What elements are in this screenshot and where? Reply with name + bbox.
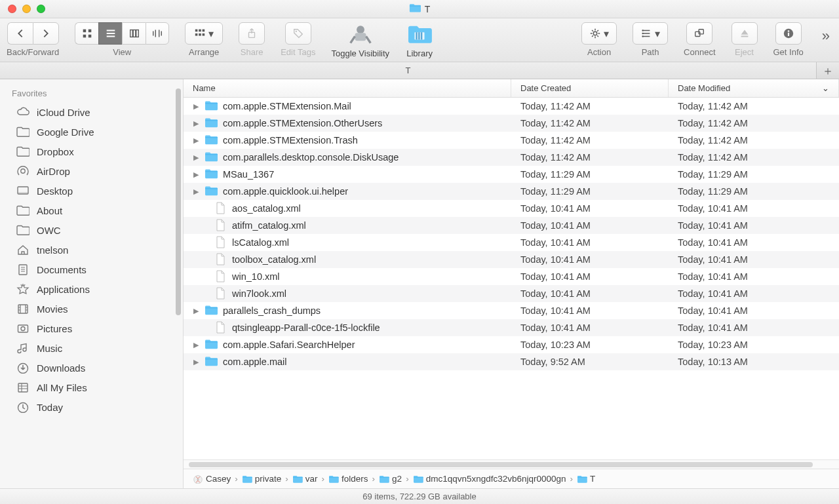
file-row[interactable]: win7look.xmlToday, 10:41 AMToday, 10:41 … — [184, 285, 839, 302]
path-segment[interactable]: dmc1qqvn5xngdfc32vb6njqr0000gn — [413, 474, 566, 484]
file-row[interactable]: aos_catalog.xmlToday, 10:41 AMToday, 10:… — [184, 200, 839, 217]
folder-icon — [16, 125, 30, 138]
sidebar-item[interactable]: AirDrop — [0, 161, 183, 181]
share-button[interactable] — [239, 22, 265, 45]
file-date-modified: Today, 11:42 AM — [669, 118, 839, 128]
file-row[interactable]: ▶︎parallels_crash_dumpsToday, 10:41 AMTo… — [184, 302, 839, 319]
file-date-created: Today, 11:42 AM — [511, 135, 669, 145]
sidebar[interactable]: Favorites iCloud DriveGoogle DriveDropbo… — [0, 79, 184, 488]
disclosure-triangle-icon[interactable]: ▶︎ — [193, 153, 199, 162]
disclosure-triangle-icon[interactable]: ▶︎ — [193, 170, 199, 179]
minimize-window-button[interactable] — [22, 5, 31, 13]
sidebar-item[interactable]: Movies — [0, 299, 183, 319]
file-row[interactable]: ▶︎com.apple.mailToday, 9:52 AMToday, 10:… — [184, 353, 839, 370]
get-info-button[interactable] — [775, 22, 802, 45]
sidebar-item[interactable]: Pictures — [0, 319, 183, 338]
action-label: Action — [587, 47, 611, 57]
sidebar-item[interactable]: Dropbox — [0, 142, 183, 161]
action-button[interactable]: ▾ — [581, 22, 617, 45]
file-rows[interactable]: ▶︎com.apple.STMExtension.MailToday, 11:4… — [184, 98, 839, 459]
path-segment[interactable]: Casey — [193, 474, 231, 484]
disclosure-triangle-icon[interactable]: ▶︎ — [193, 358, 199, 366]
file-name: aos_catalog.xml — [232, 203, 301, 214]
path-separator-icon: › — [406, 474, 409, 484]
sidebar-item-label: Pictures — [37, 323, 72, 334]
tab-active[interactable]: T — [0, 62, 817, 79]
sidebar-item[interactable]: Downloads — [0, 358, 183, 378]
file-row[interactable]: ▶︎com.parallels.desktop.console.DiskUsag… — [184, 149, 839, 166]
close-window-button[interactable] — [8, 5, 16, 13]
disclosure-triangle-icon[interactable]: ▶︎ — [193, 136, 199, 145]
new-tab-button[interactable]: ＋ — [817, 62, 839, 79]
path-segment[interactable]: private — [242, 474, 282, 484]
horizontal-scrollbar[interactable] — [184, 459, 839, 469]
path-segment[interactable]: var — [292, 474, 318, 484]
path-bar[interactable]: Casey›private›var›folders›g2›dmc1qqvn5xn… — [184, 469, 839, 488]
file-icon — [214, 202, 227, 215]
view-coverflow-button[interactable] — [146, 22, 169, 45]
file-row[interactable]: lsCatalog.xmlToday, 10:41 AMToday, 10:41… — [184, 234, 839, 251]
file-row[interactable]: win_10.xmlToday, 10:41 AMToday, 10:41 AM — [184, 268, 839, 285]
file-date-modified: Today, 10:23 AM — [669, 339, 839, 350]
disclosure-triangle-icon[interactable]: ▶︎ — [193, 119, 199, 128]
file-date-created: Today, 9:52 AM — [511, 357, 669, 367]
path-segment[interactable]: folders — [328, 474, 368, 484]
edit-tags-button[interactable] — [285, 22, 311, 45]
file-row[interactable]: ▶︎com.apple.STMExtension.TrashToday, 11:… — [184, 132, 839, 149]
eject-button[interactable] — [732, 22, 758, 45]
view-list-button[interactable] — [98, 22, 122, 45]
toolbar: Back/Forward View ▾ Arrange Share Edit T… — [0, 18, 839, 62]
library-button[interactable] — [405, 22, 434, 46]
file-row[interactable]: atifm_catalog.xmlToday, 10:41 AMToday, 1… — [184, 217, 839, 234]
file-name: com.parallels.desktop.console.DiskUsage — [223, 152, 399, 163]
file-row[interactable]: qtsingleapp-Parall-c0ce-1f5-lockfileToda… — [184, 319, 839, 336]
view-icons-button[interactable] — [75, 22, 98, 45]
sidebar-item[interactable]: Applications — [0, 279, 183, 299]
sidebar-item[interactable]: About — [0, 201, 183, 220]
arrange-button[interactable]: ▾ — [185, 22, 223, 45]
sidebar-item[interactable]: Music — [0, 338, 183, 358]
sidebar-item[interactable]: Desktop — [0, 181, 183, 201]
toolbar-overflow-button[interactable]: » — [819, 22, 832, 60]
file-row[interactable]: ▶︎MSau_1367Today, 11:29 AMToday, 11:29 A… — [184, 166, 839, 183]
file-row[interactable]: ▶︎com.apple.Safari.SearchHelperToday, 10… — [184, 336, 839, 353]
svg-rect-37 — [195, 29, 198, 32]
file-row[interactable]: ▶︎com.apple.quicklook.ui.helperToday, 11… — [184, 183, 839, 200]
sidebar-item-label: Google Drive — [37, 126, 94, 138]
column-date-created[interactable]: Date Created — [511, 79, 669, 97]
connect-button[interactable] — [686, 22, 712, 45]
titlebar[interactable]: T — [0, 0, 839, 18]
folder-icon — [205, 304, 218, 317]
toggle-visibility-button[interactable] — [346, 22, 375, 46]
path-segment[interactable]: g2 — [379, 474, 402, 484]
sidebar-item-label: Movies — [37, 303, 68, 315]
sidebar-item[interactable]: Google Drive — [0, 122, 183, 142]
file-date-modified: Today, 10:41 AM — [669, 305, 839, 316]
sidebar-item[interactable]: tnelson — [0, 240, 183, 260]
disclosure-triangle-icon[interactable]: ▶︎ — [193, 187, 199, 196]
disclosure-triangle-icon[interactable]: ▶︎ — [193, 102, 199, 111]
path-button[interactable]: ▾ — [633, 22, 668, 45]
column-date-modified[interactable]: Date Modified⌄ — [669, 79, 839, 97]
file-row[interactable]: ▶︎com.apple.STMExtension.OtherUsersToday… — [184, 115, 839, 132]
sidebar-item[interactable]: All My Files — [0, 378, 183, 397]
disclosure-triangle-icon[interactable]: ▶︎ — [193, 341, 199, 349]
file-row[interactable]: toolbox_catalog.xmlToday, 10:41 AMToday,… — [184, 251, 839, 268]
sidebar-item[interactable]: Documents — [0, 260, 183, 279]
svg-rect-41 — [199, 33, 201, 36]
desktop-icon — [16, 184, 30, 197]
file-row[interactable]: ▶︎com.apple.STMExtension.MailToday, 11:4… — [184, 98, 839, 115]
path-segment[interactable]: T — [577, 474, 595, 484]
disclosure-triangle-icon[interactable]: ▶︎ — [193, 307, 199, 315]
sidebar-item[interactable]: iCloud Drive — [0, 102, 183, 122]
sidebar-item[interactable]: OWC — [0, 220, 183, 240]
view-columns-button[interactable] — [122, 22, 146, 45]
fullscreen-window-button[interactable] — [37, 5, 45, 13]
sidebar-item[interactable]: Today — [0, 397, 183, 417]
forward-button[interactable] — [33, 22, 59, 45]
sidebar-item-label: AirDrop — [37, 166, 70, 177]
back-button[interactable] — [7, 22, 33, 45]
sidebar-scrollbar[interactable] — [176, 88, 181, 479]
column-name[interactable]: Name — [184, 79, 511, 97]
sidebar-item-label: Desktop — [37, 185, 73, 197]
